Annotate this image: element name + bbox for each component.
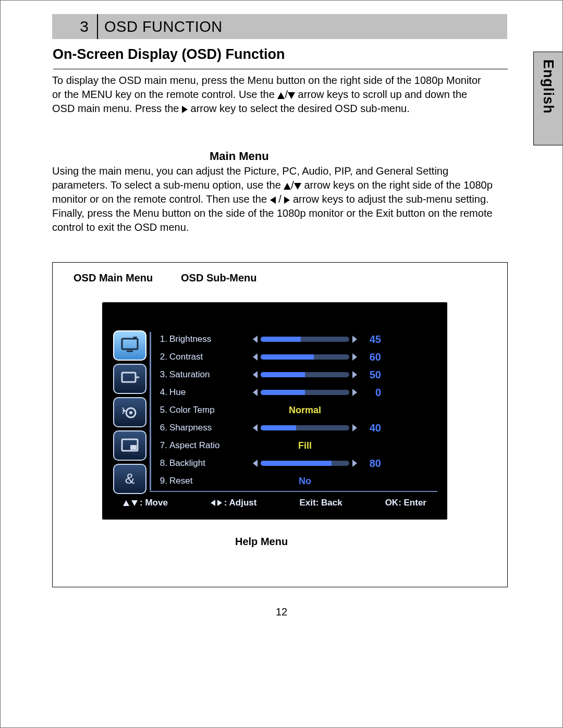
row-number: 1.	[157, 334, 167, 344]
row-label: Saturation	[169, 369, 253, 380]
osd-divider	[150, 332, 151, 490]
chevron-left-icon[interactable]	[253, 353, 258, 361]
chevron-right-icon[interactable]	[352, 336, 357, 343]
osd-setting-row[interactable]: 3.Saturation50	[157, 366, 438, 384]
row-control[interactable]	[253, 371, 357, 379]
osd-setting-row[interactable]: 2.Contrast60	[157, 348, 438, 366]
svg-rect-4	[122, 373, 136, 382]
row-number: 6.	[157, 423, 167, 433]
row-control[interactable]	[253, 388, 357, 397]
osd-figure-frame: OSD Main Menu OSD Sub-Menu &	[52, 262, 508, 587]
manual-page: 3 OSD FUNCTION English On-Screen Display…	[0, 0, 563, 728]
osd-setting-row[interactable]: 1.Brightness45	[157, 330, 438, 348]
row-value: 50	[357, 369, 381, 381]
row-label: Aspect Ratio	[169, 440, 253, 451]
row-control[interactable]: Fill	[253, 440, 357, 451]
up-arrow-icon	[277, 92, 285, 99]
chevron-left-icon[interactable]	[253, 389, 258, 396]
language-tab: English	[533, 52, 562, 145]
right-arrow-icon	[217, 500, 222, 506]
left-arrow-icon	[211, 500, 215, 506]
help-exit: Exit: Back	[299, 498, 342, 508]
svg-rect-0	[122, 339, 138, 349]
row-value: 40	[357, 422, 381, 434]
osd-setting-row[interactable]: 8.Backlight80	[157, 454, 438, 472]
osd-panel: & 1.Brightness452.Contrast603.Saturation…	[102, 302, 447, 520]
svg-rect-9	[130, 445, 137, 450]
picture-icon[interactable]	[113, 330, 146, 361]
row-control[interactable]: Normal	[253, 405, 357, 416]
osd-underline	[150, 491, 437, 492]
slider-track[interactable]	[261, 388, 349, 397]
down-arrow-icon	[294, 183, 301, 190]
row-value: 60	[357, 351, 381, 363]
row-control[interactable]	[253, 335, 357, 343]
osd-main-menu-column: &	[113, 330, 145, 497]
up-arrow-icon	[284, 183, 291, 190]
row-number: 5.	[157, 405, 167, 415]
row-label: Reset	[169, 476, 253, 486]
row-control[interactable]	[253, 353, 357, 361]
pip-icon[interactable]	[113, 430, 146, 461]
chevron-left-icon[interactable]	[253, 460, 258, 467]
row-text-value: Fill	[253, 440, 357, 451]
osd-setting-row[interactable]: 6.Sharpness40	[157, 419, 438, 437]
left-arrow-icon	[270, 196, 276, 204]
slider-track[interactable]	[261, 371, 349, 379]
row-value: 80	[357, 458, 381, 470]
chevron-right-icon[interactable]	[352, 353, 357, 361]
pc-icon[interactable]	[113, 364, 146, 394]
down-arrow-icon	[288, 92, 295, 99]
audio-icon[interactable]	[113, 397, 146, 427]
chevron-right-icon[interactable]	[352, 371, 357, 378]
section-rule	[53, 69, 508, 69]
figure-label-sub: OSD Sub-Menu	[181, 272, 257, 284]
slider-track[interactable]	[261, 335, 349, 343]
ampersand-icon[interactable]: &	[113, 464, 146, 494]
row-control[interactable]	[253, 424, 357, 432]
row-label: Contrast	[169, 352, 253, 362]
up-arrow-icon	[123, 500, 129, 506]
help-ok: OK: Enter	[385, 498, 426, 508]
osd-help-bar: : Move : Adjust Exit: Back OK: Enter	[123, 498, 426, 508]
chevron-left-icon[interactable]	[253, 424, 258, 431]
main-menu-paragraph: Using the main menu, you can adjust the …	[52, 164, 499, 235]
row-label: Brightness	[169, 334, 253, 344]
row-control[interactable]: No	[253, 476, 357, 487]
row-number: 2.	[157, 352, 167, 362]
help-move: : Move	[123, 498, 168, 508]
osd-setting-row[interactable]: 9.ResetNo	[157, 472, 438, 490]
chapter-title-box: OSD FUNCTION	[98, 14, 507, 39]
chevron-right-icon[interactable]	[352, 389, 357, 396]
language-label: English	[540, 59, 556, 114]
row-value: 0	[357, 387, 381, 399]
down-arrow-icon	[131, 500, 138, 506]
row-text-value: No	[253, 476, 357, 487]
section-heading: On-Screen Display (OSD) Function	[53, 46, 508, 63]
chapter-number: 3	[80, 18, 89, 35]
figure-label-help: Help Menu	[235, 536, 288, 548]
osd-sub-menu: 1.Brightness452.Contrast603.Saturation50…	[157, 330, 438, 490]
osd-setting-row[interactable]: 5.Color TempNormal	[157, 401, 438, 419]
slider-track[interactable]	[261, 459, 349, 467]
right-arrow-icon	[182, 106, 188, 113]
osd-setting-row[interactable]: 4.Hue0	[157, 384, 438, 401]
row-label: Sharpness	[169, 423, 253, 433]
chevron-right-icon[interactable]	[352, 460, 357, 467]
chevron-left-icon[interactable]	[253, 371, 258, 378]
chevron-right-icon[interactable]	[352, 424, 357, 431]
row-label: Color Temp	[169, 405, 253, 415]
chevron-left-icon[interactable]	[253, 336, 258, 343]
row-text-value: Normal	[253, 405, 357, 416]
row-label: Hue	[169, 387, 253, 398]
osd-setting-row[interactable]: 7.Aspect RatioFill	[157, 437, 438, 454]
page-number: 12	[1, 606, 562, 618]
row-number: 7.	[157, 440, 167, 451]
row-value: 45	[357, 334, 381, 346]
right-arrow-icon	[284, 196, 290, 204]
row-number: 9.	[157, 476, 167, 486]
slider-track[interactable]	[261, 353, 349, 361]
row-control[interactable]	[253, 459, 357, 467]
slider-track[interactable]	[261, 424, 349, 432]
row-number: 8.	[157, 458, 167, 468]
